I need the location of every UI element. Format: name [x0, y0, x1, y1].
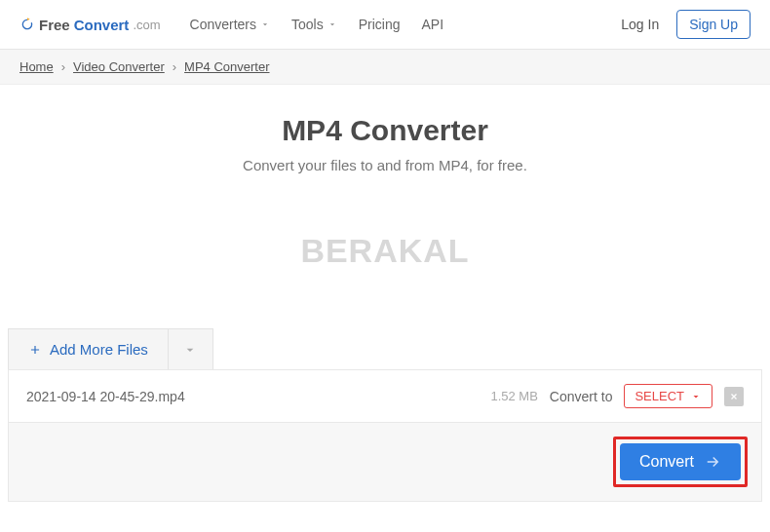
remove-file-button[interactable]	[724, 387, 744, 406]
header-right: Log In Sign Up	[621, 10, 751, 39]
chevron-down-icon	[690, 391, 702, 402]
nav-pricing-label: Pricing	[359, 17, 401, 32]
file-row-right: 1.52 MB Convert to SELECT	[490, 384, 744, 408]
breadcrumb-current: MP4 Converter	[184, 59, 269, 74]
breadcrumb-video[interactable]: Video Converter	[73, 59, 165, 74]
file-name: 2021-09-14 20-45-29.mp4	[26, 389, 185, 404]
add-more-dropdown[interactable]	[169, 328, 213, 369]
convert-highlight: Convert	[613, 437, 748, 487]
hero: MP4 Converter Convert your files to and …	[0, 85, 770, 183]
breadcrumb-home[interactable]: Home	[19, 59, 54, 74]
login-link[interactable]: Log In	[621, 17, 659, 32]
plus-icon	[28, 343, 42, 357]
nav-api[interactable]: API	[422, 17, 444, 32]
nav-converters-label: Converters	[190, 17, 256, 32]
nav: Converters Tools Pricing API	[190, 17, 444, 32]
breadcrumb-separator: ›	[61, 59, 65, 74]
add-more-files-button[interactable]: Add More Files	[8, 328, 169, 369]
file-panel: Add More Files 2021-09-14 20-45-29.mp4 1…	[8, 328, 762, 502]
nav-converters[interactable]: Converters	[190, 17, 270, 32]
signup-button[interactable]: Sign Up	[676, 10, 751, 39]
breadcrumb-separator: ›	[173, 59, 176, 74]
nav-tools[interactable]: Tools	[291, 17, 337, 32]
panel-footer: Convert	[8, 423, 762, 502]
watermark-text: BERAKAL	[300, 232, 469, 269]
chevron-down-icon	[182, 342, 198, 358]
logo-com: .com	[133, 18, 160, 32]
convert-button[interactable]: Convert	[620, 443, 741, 480]
logo[interactable]: FreeConvert.com	[19, 17, 161, 33]
header: FreeConvert.com Converters Tools Pricing…	[0, 0, 770, 50]
page-title: MP4 Converter	[19, 114, 751, 147]
page-subtitle: Convert your files to and from MP4, for …	[19, 157, 751, 173]
add-more-files-label: Add More Files	[50, 341, 148, 358]
breadcrumb: Home › Video Converter › MP4 Converter	[0, 50, 770, 85]
nav-tools-label: Tools	[291, 17, 324, 32]
convert-to-label: Convert to	[550, 389, 613, 404]
logo-icon	[19, 17, 35, 32]
watermark: BERAKAL	[0, 183, 770, 328]
select-format-button[interactable]: SELECT	[624, 384, 712, 408]
header-left: FreeConvert.com Converters Tools Pricing…	[19, 17, 443, 33]
nav-pricing[interactable]: Pricing	[359, 17, 401, 32]
file-row-left: 2021-09-14 20-45-29.mp4	[26, 389, 185, 404]
convert-button-label: Convert	[639, 453, 694, 471]
file-size: 1.52 MB	[490, 389, 537, 403]
logo-convert: Convert	[74, 17, 130, 33]
chevron-down-icon	[327, 19, 337, 29]
panel-head: Add More Files	[8, 328, 762, 369]
logo-free: Free	[39, 17, 70, 33]
arrow-right-icon	[704, 453, 721, 471]
select-format-label: SELECT	[635, 389, 684, 403]
chevron-down-icon	[260, 19, 270, 29]
file-row: 2021-09-14 20-45-29.mp4 1.52 MB Convert …	[8, 369, 762, 423]
close-icon	[729, 392, 739, 401]
nav-api-label: API	[422, 17, 444, 32]
